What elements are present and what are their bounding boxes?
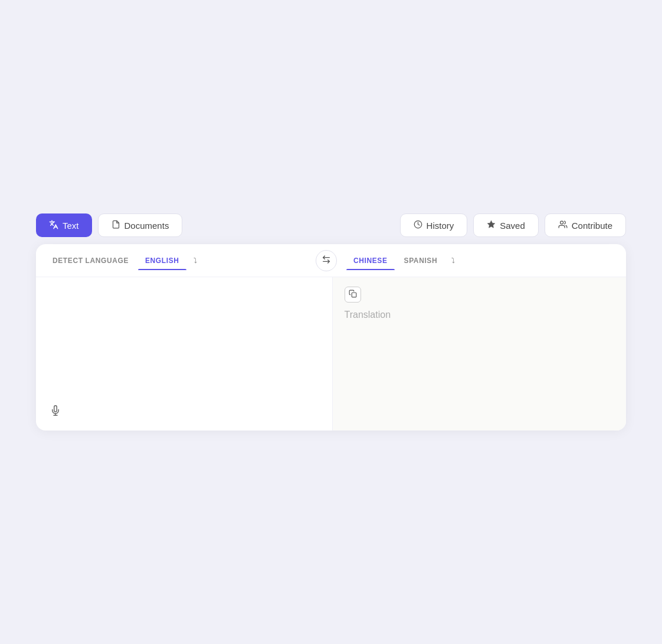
history-button[interactable]: History <box>400 213 468 237</box>
language-bar: DETECT LANGUAGE ENGLISH ⤵ CHINESE <box>36 244 626 277</box>
translation-output: Translation <box>345 307 615 320</box>
text-label: Text <box>63 221 79 231</box>
documents-label: Documents <box>124 221 169 231</box>
source-chevron-icon: ⤵ <box>194 257 197 265</box>
contribute-label: Contribute <box>572 221 612 231</box>
output-pane: Translation <box>333 277 627 431</box>
saved-icon <box>487 220 496 231</box>
lang-bar-right: CHINESE SPANISH ⤵ <box>337 252 617 270</box>
svg-marker-1 <box>487 221 495 228</box>
toolbar: Text Documents History Saved <box>36 213 626 237</box>
contribute-icon <box>558 220 568 231</box>
document-icon <box>112 220 120 231</box>
history-label: History <box>427 221 454 231</box>
target-lang-dropdown-button[interactable]: ⤵ <box>447 252 460 270</box>
source-lang-dropdown-button[interactable]: ⤵ <box>189 252 202 270</box>
detect-language-button[interactable]: DETECT LANGUAGE <box>45 252 136 270</box>
copy-icon <box>349 290 357 300</box>
spanish-language-button[interactable]: SPANISH <box>397 252 445 270</box>
lang-bar-left: DETECT LANGUAGE ENGLISH ⤵ <box>45 252 316 270</box>
microphone-button[interactable] <box>50 405 61 419</box>
toolbar-right: History Saved Contribute <box>400 213 626 237</box>
swap-languages-button[interactable] <box>316 250 337 271</box>
microphone-icon <box>50 406 61 418</box>
english-language-button[interactable]: ENGLISH <box>138 252 186 270</box>
input-pane <box>36 277 333 431</box>
chinese-label: CHINESE <box>353 257 388 265</box>
contribute-button[interactable]: Contribute <box>545 213 626 237</box>
translator-card: DETECT LANGUAGE ENGLISH ⤵ CHINESE <box>36 244 626 431</box>
translation-area: Translation <box>36 277 626 431</box>
source-text-input[interactable] <box>50 289 320 399</box>
saved-button[interactable]: Saved <box>473 213 539 237</box>
svg-rect-5 <box>352 293 356 297</box>
copy-button[interactable] <box>345 287 361 303</box>
swap-icon <box>322 255 331 266</box>
text-tab-button[interactable]: Text <box>36 213 92 237</box>
saved-label: Saved <box>500 221 525 231</box>
detect-language-label: DETECT LANGUAGE <box>53 257 129 265</box>
documents-tab-button[interactable]: Documents <box>98 213 183 237</box>
target-chevron-icon: ⤵ <box>451 257 455 265</box>
english-label: ENGLISH <box>145 257 179 265</box>
history-icon <box>414 220 422 231</box>
output-header <box>345 287 615 303</box>
input-footer <box>50 399 320 419</box>
toolbar-left: Text Documents <box>36 213 182 237</box>
chinese-language-button[interactable]: CHINESE <box>346 252 395 270</box>
spanish-label: SPANISH <box>404 257 438 265</box>
text-icon <box>49 220 58 231</box>
svg-point-2 <box>560 221 563 224</box>
